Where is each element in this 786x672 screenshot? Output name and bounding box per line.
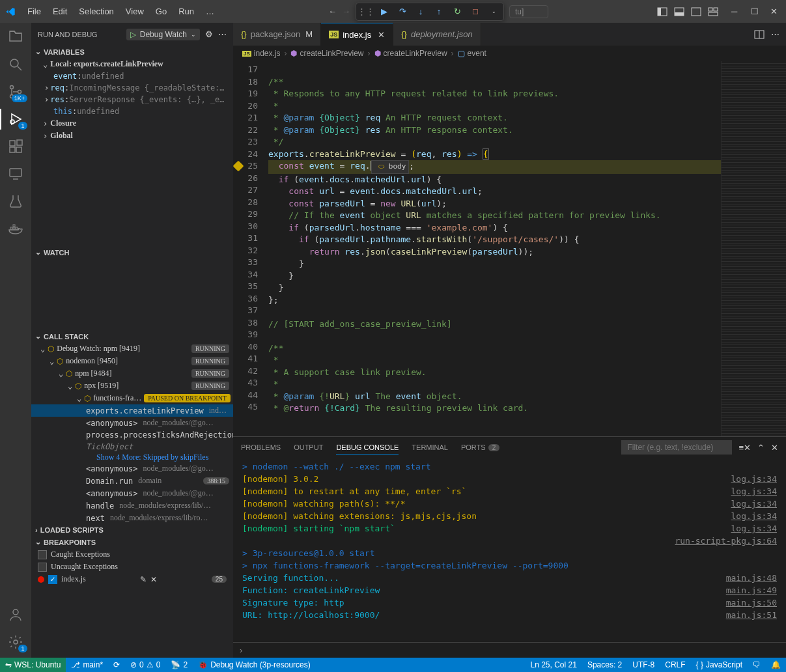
toggle-panel-bottom-icon[interactable] bbox=[674, 7, 684, 17]
thread-4[interactable]: ⌄⬡functions-fra…PAUSED ON BREAKPOINT bbox=[31, 392, 233, 404]
thread-0[interactable]: ⌄⬡Debug Watch: npm [9419]RUNNING bbox=[31, 343, 233, 355]
thread-1[interactable]: ⌄⬡nodemon [9450]RUNNING bbox=[31, 355, 233, 367]
section-callstack[interactable]: ⌄CALL STACK bbox=[31, 330, 233, 343]
title-search[interactable]: tu] bbox=[509, 5, 548, 18]
menu-go[interactable]: Go bbox=[150, 4, 172, 19]
panel-tab-debug-console[interactable]: DEBUG CONSOLE bbox=[336, 441, 399, 455]
more-icon[interactable]: ⋯ bbox=[218, 29, 227, 39]
frame-5[interactable]: <anonymous>node_modules/@go… bbox=[31, 462, 233, 475]
frame-9[interactable]: nextnode_modules/express/lib/ro… bbox=[31, 512, 233, 524]
menu-run[interactable]: Run bbox=[173, 4, 199, 19]
debug-step-out-icon[interactable]: ↑ bbox=[432, 5, 445, 18]
cursor-position[interactable]: Ln 25, Col 21 bbox=[526, 660, 582, 669]
explorer-icon[interactable] bbox=[8, 29, 23, 45]
minimap[interactable] bbox=[721, 61, 786, 436]
collapse-panel-icon[interactable]: ⌃ bbox=[757, 443, 765, 453]
close-tab-icon[interactable]: ✕ bbox=[378, 30, 385, 40]
tab-package-json[interactable]: {}package.jsonM bbox=[233, 23, 321, 46]
settings-icon[interactable]: 1 bbox=[8, 634, 23, 650]
debug-drag-icon[interactable]: ⋮⋮ bbox=[359, 5, 372, 18]
problems-status[interactable]: ⊘0 ⚠0 bbox=[125, 660, 165, 669]
search-icon[interactable] bbox=[8, 57, 23, 72]
sync-icon[interactable]: ⟳ bbox=[108, 660, 125, 669]
customize-layout-icon[interactable] bbox=[708, 7, 718, 17]
debug-config-dropdown[interactable]: ▷ Debug Watch ⌄ bbox=[126, 29, 200, 40]
source-control-icon[interactable]: 1K+ bbox=[8, 84, 23, 100]
eol-status[interactable]: CRLF bbox=[660, 660, 690, 669]
panel-tab-terminal[interactable]: TERMINAL bbox=[412, 441, 448, 454]
bp-file[interactable]: index.js✎✕25 bbox=[31, 573, 233, 585]
accounts-icon[interactable] bbox=[8, 607, 23, 623]
minimize-icon[interactable]: ─ bbox=[731, 7, 742, 17]
nav-back-icon[interactable]: ← bbox=[328, 7, 337, 16]
frame-0[interactable]: exports.createLinkPreviewind… bbox=[31, 404, 233, 417]
frame-7[interactable]: <anonymous>node_modules/@go… bbox=[31, 487, 233, 499]
docker-icon[interactable] bbox=[8, 221, 23, 236]
frame-8[interactable]: handlenode_modules/express/lib/… bbox=[31, 499, 233, 512]
toggle-panel-left-icon[interactable] bbox=[657, 7, 667, 17]
debug-continue-icon[interactable]: ▶ bbox=[378, 5, 391, 18]
maximize-icon[interactable]: ☐ bbox=[751, 7, 761, 17]
debug-dropdown-icon[interactable]: ⌄ bbox=[487, 5, 500, 18]
debug-step-into-icon[interactable]: ↓ bbox=[414, 5, 427, 18]
code-editor[interactable]: 1718192021222324252627282930313233343536… bbox=[233, 61, 786, 436]
close-icon[interactable]: ✕ bbox=[770, 7, 781, 17]
more-actions-icon[interactable]: ⋯ bbox=[771, 29, 779, 39]
remove-icon[interactable]: ✕ bbox=[150, 575, 157, 584]
clear-console-icon[interactable]: ≡✕ bbox=[738, 443, 751, 453]
menu-edit[interactable]: Edit bbox=[48, 4, 72, 19]
edit-icon[interactable]: ✎ bbox=[140, 575, 147, 584]
ports-status[interactable]: 📡2 bbox=[165, 660, 193, 669]
console-repl-input[interactable]: › bbox=[233, 642, 786, 658]
bp-caught[interactable]: Caught Exceptions bbox=[31, 548, 233, 561]
indent-status[interactable]: Spaces: 2 bbox=[582, 660, 627, 669]
encoding-status[interactable]: UTF-8 bbox=[627, 660, 660, 669]
frame-3[interactable]: TickObject bbox=[31, 441, 233, 453]
scope-closure[interactable]: ›Closure bbox=[31, 117, 233, 130]
gear-icon[interactable]: ⚙ bbox=[205, 29, 213, 39]
remote-explorer-icon[interactable] bbox=[8, 166, 23, 182]
section-loaded[interactable]: ›LOADED SCRIPTS bbox=[31, 524, 233, 536]
var-event[interactable]: event: undefined bbox=[31, 70, 233, 82]
testing-icon[interactable] bbox=[8, 193, 23, 209]
skip-frames-link[interactable]: Show 4 More: Skipped by skipFiles bbox=[31, 453, 233, 462]
extensions-icon[interactable] bbox=[8, 139, 23, 154]
bp-uncaught[interactable]: Uncaught Exceptions bbox=[31, 561, 233, 573]
run-debug-icon[interactable]: 1 bbox=[8, 111, 23, 127]
checkbox[interactable] bbox=[38, 563, 47, 572]
breadcrumb[interactable]: JS index.js › ⬢ createLinkPreview › ⬢ cr… bbox=[233, 46, 786, 61]
section-variables[interactable]: ⌄VARIABLES bbox=[31, 46, 233, 58]
panel-tab-ports[interactable]: PORTS2 bbox=[461, 441, 499, 454]
console-filter-input[interactable] bbox=[621, 440, 732, 455]
debug-restart-icon[interactable]: ↻ bbox=[451, 5, 464, 18]
menu-selection[interactable]: Selection bbox=[74, 4, 119, 19]
remote-indicator[interactable]: ⇋WSL: Ubuntu bbox=[0, 658, 66, 672]
section-watch[interactable]: ⌄WATCH bbox=[31, 246, 233, 259]
debug-status[interactable]: 🐞Debug Watch (3p-resources) bbox=[193, 660, 316, 669]
menu-view[interactable]: View bbox=[120, 4, 149, 19]
checkbox[interactable] bbox=[48, 575, 57, 584]
nav-forward-icon[interactable]: → bbox=[342, 7, 350, 16]
scope-global[interactable]: ›Global bbox=[31, 130, 233, 142]
scope-local[interactable]: ⌄Local: exports.createLinkPreview bbox=[31, 58, 233, 70]
panel-tab-problems[interactable]: PROBLEMS bbox=[241, 441, 281, 454]
console-output[interactable]: > nodemon --watch ./ --exec npm start[no… bbox=[233, 458, 786, 642]
language-status[interactable]: { } JavaScript bbox=[691, 660, 748, 669]
checkbox[interactable] bbox=[38, 550, 47, 559]
toggle-panel-right-icon[interactable] bbox=[691, 7, 701, 17]
section-breakpoints[interactable]: ⌄BREAKPOINTS bbox=[31, 536, 233, 548]
feedback-icon[interactable]: 🗨 bbox=[748, 660, 766, 669]
frame-2[interactable]: process.processTicksAndRejections bbox=[31, 429, 233, 441]
tab-deployment-json[interactable]: {}deployment.json bbox=[393, 23, 481, 46]
menu-file[interactable]: File bbox=[22, 4, 46, 19]
tab-index-js[interactable]: JSindex.js✕ bbox=[321, 23, 393, 46]
var-res[interactable]: ›res: ServerResponse {_events: {…}, _e… bbox=[31, 94, 233, 105]
git-branch[interactable]: ⎇main* bbox=[66, 660, 108, 669]
panel-tab-output[interactable]: OUTPUT bbox=[294, 441, 323, 454]
frame-6[interactable]: Domain.rundomain388:15 bbox=[31, 475, 233, 487]
debug-step-over-icon[interactable]: ↷ bbox=[396, 5, 409, 18]
menu-more[interactable]: … bbox=[201, 4, 219, 19]
close-panel-icon[interactable]: ✕ bbox=[771, 443, 778, 453]
thread-3[interactable]: ⌄⬡npx [9519]RUNNING bbox=[31, 380, 233, 392]
frame-1[interactable]: <anonymous>node_modules/@go… bbox=[31, 417, 233, 429]
